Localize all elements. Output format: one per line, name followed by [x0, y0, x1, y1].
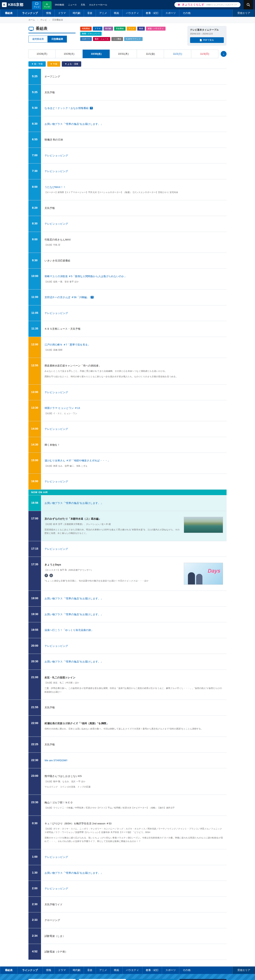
nav-item[interactable]: アニメ	[96, 10, 110, 17]
breadcrumb-item[interactable]: ホーム	[29, 18, 35, 21]
nav-item[interactable]: バラエティ	[123, 10, 142, 17]
promo-banner[interactable]: 中学生・高校生対象動画コンテスト	[129, 979, 176, 980]
program-title-link[interactable]: お買い物プラス「“世界の逸品”をお届けします。」	[45, 501, 223, 505]
tab-tv[interactable]: テレビ	[32, 1, 41, 10]
time-filter-button[interactable]: ▼ よる・深夜	[62, 61, 81, 67]
nav-item[interactable]: ラインナップ	[17, 10, 43, 17]
program-title-link[interactable]: テレビショッピング	[45, 154, 223, 158]
program-title: 映像詩 和の日本	[45, 138, 223, 142]
nav-item[interactable]: 番組表	[0, 966, 17, 974]
nav-item[interactable]: バラエティ	[123, 966, 142, 974]
program-cast: 【出演】鈴木 浩平（京都産業大学教授）、ナレーション／佐々木 瞳	[45, 523, 180, 526]
time-filter-button[interactable]: ▼ 朝・午前	[29, 61, 46, 67]
pdf-view-button[interactable]: PDFで見る	[190, 37, 224, 43]
nav-item[interactable]: その他	[179, 10, 194, 17]
program-title-link[interactable]: 温泉へ行こう！「ゆっくり洛北温泉の旅」	[45, 628, 223, 632]
program-title-link[interactable]: お買い物プラス「“世界の逸品”をお届けします。」	[45, 597, 223, 601]
nav-item[interactable]: スポーツ	[162, 966, 179, 974]
program-title-link[interactable]: テレビショッピング	[45, 855, 223, 859]
header-link[interactable]: カルチャー/ホール	[89, 3, 107, 6]
search-icon	[247, 3, 250, 6]
nav-item[interactable]: 教養・紀行	[142, 10, 162, 17]
nav-item[interactable]: アニメ	[96, 966, 110, 974]
program-title-link[interactable]: お買い物プラス「“世界の逸品”をお届けします。」	[45, 122, 223, 126]
program-title-link[interactable]: お買い物プラス「“世界の逸品”をお届けします。」	[45, 612, 223, 616]
tab-radio[interactable]: ラジオ	[42, 1, 52, 10]
program-title-link[interactable]: テレビショッピング	[45, 887, 223, 891]
breadcrumb-item[interactable]: テレビ	[40, 18, 47, 21]
date-tab[interactable]: 10/31(木)	[110, 49, 137, 58]
instagram-icon[interactable]: ◎	[49, 574, 53, 577]
header-link[interactable]: ニュース	[68, 3, 77, 6]
view-tab[interactable]: 日別番組表	[48, 36, 67, 43]
promo-banner[interactable]: きょうと危機管理WEB企業防災・減災情報サイト	[180, 979, 227, 980]
nav-item[interactable]: 教養・紀行	[142, 966, 162, 974]
nav-item[interactable]: 情報	[43, 10, 54, 17]
date-tab[interactable]: 11/2(土)	[164, 49, 191, 58]
next-dates-button[interactable]: ›	[221, 51, 226, 57]
tab-radio-label: ラジオ	[44, 5, 50, 8]
program-title-link[interactable]: 湯けむり女将さん ＃37「地獄や極楽さえずれば・・・」	[45, 459, 223, 463]
nav-item[interactable]: 音楽	[84, 10, 96, 17]
program-title-link[interactable]: テレビショッピング	[45, 547, 223, 551]
nav-item[interactable]: 映画	[110, 966, 123, 974]
nav-item-reception-area[interactable]: 受信エリア	[233, 10, 255, 17]
nav-item[interactable]: 情報	[43, 966, 54, 974]
program-title-link[interactable]: テレビショッピング	[45, 644, 223, 648]
kyoto-kurashisu-banner[interactable]: きょうとくらしす 京都のくらしがたのしくなるメディア	[174, 2, 241, 7]
program-title: 天気予報	[45, 206, 223, 210]
program-title: 県産農林水産応援キャンペーン「布への挑戦者」	[45, 364, 223, 368]
header-link[interactable]: SNS/動画	[55, 3, 64, 6]
nav-item[interactable]: その他	[179, 966, 194, 974]
program-title-link[interactable]: 韓国ドラマ ヒョンとワン ＃13	[45, 406, 223, 410]
program-title-link[interactable]: テレビショッピング	[45, 427, 223, 431]
program-title: 天気予報	[45, 706, 223, 710]
program-title-link[interactable]: 江戸の用心棒Ｎ ＃7「悪華で花を見る」	[45, 343, 223, 347]
program-title-link[interactable]: お買い物プラス「“世界の逸品”をお届けします。」	[45, 660, 223, 663]
program-title-link[interactable]: テレビショッピング	[45, 311, 223, 315]
view-tab[interactable]: 週間番組表	[29, 36, 48, 43]
header-link[interactable]: 天気	[81, 3, 85, 6]
date-tab[interactable]: 10/28(月)	[28, 49, 56, 58]
nav-item[interactable]: 番組表	[0, 10, 17, 17]
program-time: 2:33	[29, 912, 41, 928]
date-tab[interactable]: 11/1(金)	[137, 49, 164, 58]
program-row: 5:25天気予報	[29, 85, 226, 100]
time-filter-button[interactable]: ▼ 午後	[47, 61, 60, 67]
program-cast: 【出演】友近、礼二（中川家）ほか	[45, 681, 223, 685]
program-title-link[interactable]: テレビショッピング	[45, 169, 223, 173]
program-title-link[interactable]: 京田辺チハの京さんぽ ＃56「川柳編」字	[45, 295, 223, 299]
nav-item[interactable]: ドラマ	[54, 10, 69, 17]
program-title-link[interactable]: テレビショッピング	[45, 480, 223, 484]
promo-banner[interactable]: 海と日本 PROJECTin 京都	[79, 979, 126, 980]
search-button[interactable]	[244, 0, 253, 10]
bottom-nav-item-reception-area[interactable]: 受信エリア	[233, 966, 255, 974]
program-description: マルゴイング コインゴの没落、トップの巨篇	[45, 785, 223, 789]
date-tab[interactable]: 10/29(火)	[55, 49, 83, 58]
promo-banner[interactable]: ちびっこイングリッシュコンテスト	[29, 979, 76, 980]
program-time: 1:00	[29, 849, 41, 865]
program-title-link[interactable]: We are STARDOM!!	[45, 759, 223, 762]
nav-item[interactable]: 時代劇	[69, 10, 84, 17]
program-title-link[interactable]: 前略マユミの演歌道 ＃5「面倒な人間関係から人は逃げられないのか」	[45, 274, 223, 278]
nav-item[interactable]: 時代劇	[69, 966, 84, 974]
genre-legend: 情報番組ドラマ時代劇音楽番組アニメ映画娯楽・バラエティ教養・ドキュメントスポーツ…	[80, 26, 183, 41]
nav-item[interactable]: ドラマ	[54, 966, 69, 974]
program-title-link[interactable]: テレビショッピング	[45, 222, 223, 226]
nav-item[interactable]: ラインナップ	[17, 966, 43, 974]
program-title-link[interactable]: お買い物プラス「“世界の逸品”をお届けします。」	[45, 871, 223, 875]
program-title-link[interactable]: うたなびMAX！！	[45, 185, 223, 189]
program-row: 16:00テレビショッピング	[29, 474, 226, 490]
nav-item[interactable]: 映画	[110, 10, 123, 17]
program-title-link[interactable]: テレビショッピング	[45, 390, 223, 395]
nav-item[interactable]: スポーツ	[162, 10, 179, 17]
program-title-link[interactable]: なるほど！ナットク！おなか情報番組字	[45, 106, 223, 110]
date-tab[interactable]: 10/30(水)	[83, 49, 110, 58]
timetable-box: テレビ基本タイムテーブル 2024年10月～2024年12月 PDFで見る	[187, 26, 226, 46]
nav-item[interactable]: 音楽	[84, 966, 96, 974]
genre-chip: 娯楽・バラエティ	[146, 27, 165, 30]
site-logo[interactable]: K KBS京都	[2, 2, 23, 7]
x-icon[interactable]: X	[45, 574, 48, 577]
program-row: 22:25天気予報	[29, 737, 226, 752]
date-tab[interactable]: 11/3(日)	[191, 49, 218, 58]
